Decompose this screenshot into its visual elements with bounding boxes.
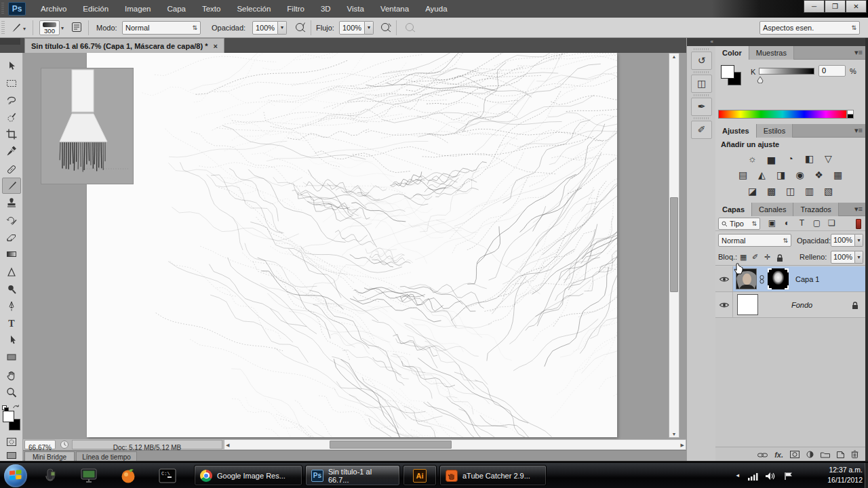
horizontal-scrollbar-thumb[interactable] (330, 441, 452, 449)
adjustment-exposure-icon[interactable]: ◧ (802, 152, 817, 165)
pinned-app-icon-1[interactable] (42, 468, 58, 484)
link-layers-icon[interactable] (757, 449, 768, 461)
adjustment-color-lookup-icon[interactable]: ▦ (831, 169, 846, 181)
taskbar-button-illustrator[interactable]: Ai (403, 465, 437, 486)
layer-style-icon[interactable]: fx. (774, 451, 783, 459)
tab-ajustes[interactable]: Ajustes (715, 124, 757, 138)
start-button[interactable] (4, 464, 27, 487)
menu-item[interactable]: Vista (339, 0, 372, 18)
doc-size-field[interactable]: Doc: 5.12 MB/5.12 MB (72, 440, 222, 449)
pinned-app-icon-2[interactable] (80, 468, 98, 484)
fill-dropdown-icon[interactable]: ▾ (855, 251, 863, 264)
fill-value[interactable]: 100% (831, 251, 855, 264)
tab-muestras[interactable]: Muestras (749, 46, 794, 60)
show-desktop-button[interactable] (865, 463, 868, 488)
airbrush-icon[interactable] (380, 21, 392, 36)
spot-healing-brush-tool[interactable] (2, 161, 21, 178)
color-panel-menu-icon[interactable]: ▾≡ (854, 48, 863, 57)
hand-tool[interactable] (2, 367, 21, 384)
menu-item[interactable]: Selección (229, 0, 279, 18)
lock-all-icon[interactable] (776, 253, 783, 265)
tab-capas[interactable]: Capas (715, 203, 752, 216)
menu-item[interactable]: Capa (159, 0, 194, 18)
restore-button[interactable]: ❐ (825, 0, 846, 13)
layer-opacity-value[interactable]: 100% (831, 234, 855, 247)
workspace-select[interactable]: Aspectos esen.⇅ (760, 21, 860, 35)
history-brush-tool[interactable] (2, 212, 21, 228)
layer-row-capa1[interactable]: Capa 1 (715, 266, 865, 292)
adjustment-hue-saturation-icon[interactable]: ▤ (736, 169, 751, 181)
menu-item[interactable]: Ayuda (417, 0, 455, 18)
layer2-thumbnail[interactable] (737, 294, 758, 315)
panel-dock-header[interactable] (715, 38, 865, 46)
menu-item[interactable]: Edición (75, 0, 117, 18)
brush-tool[interactable] (2, 178, 21, 194)
k-slider-marker[interactable] (756, 74, 764, 86)
filter-shape-layers-icon[interactable]: ▢ (810, 218, 823, 229)
tab-color[interactable]: Color (715, 46, 749, 60)
canvas[interactable] (87, 53, 617, 437)
crop-tool[interactable] (2, 126, 21, 142)
layers-panel-menu-icon[interactable]: ▾≡ (854, 205, 863, 214)
adjustment-curves-icon[interactable]: ◔ (783, 152, 798, 165)
eye-icon[interactable] (719, 301, 730, 309)
lock-position-icon[interactable]: ✛ (764, 253, 770, 262)
ramp-black-chip[interactable] (847, 114, 854, 119)
layer-mask-link-icon[interactable] (759, 274, 765, 287)
history-panel-icon[interactable]: ↺ (691, 52, 712, 70)
new-layer-icon[interactable] (837, 449, 844, 461)
taskbar-clock[interactable]: 12:37 a.m. 16/11/2012 (814, 465, 863, 485)
brush-preset-picker[interactable]: 300 (39, 20, 60, 35)
eraser-tool[interactable] (2, 229, 21, 245)
adjustment-levels-icon[interactable]: ▅ (764, 152, 779, 165)
scroll-up-icon[interactable]: ▲ (669, 54, 679, 59)
dock-collapse-icon[interactable]: « (687, 38, 716, 46)
eyedropper-tool[interactable] (2, 143, 21, 159)
rectangular-marquee-tool[interactable] (2, 75, 21, 92)
adjustment-invert-icon[interactable]: ◪ (745, 185, 760, 197)
taskbar-button-atube[interactable]: aTube Catcher 2.9... (439, 465, 547, 486)
layer1-name[interactable]: Capa 1 (795, 275, 819, 283)
minimize-button[interactable]: ─ (804, 0, 825, 13)
lock-paint-icon[interactable]: ✐ (752, 253, 758, 262)
layer2-visibility-cell[interactable] (715, 292, 733, 317)
color-spectrum-ramp[interactable] (718, 110, 847, 119)
close-button[interactable]: ✕ (846, 0, 867, 13)
adjustment-black-white-icon[interactable]: ◨ (774, 169, 789, 181)
opacity-dropdown-icon[interactable]: ▾ (278, 21, 287, 35)
size-pressure-icon[interactable] (404, 21, 416, 36)
foreground-color-swatch[interactable] (3, 411, 14, 422)
menu-item[interactable]: Archivo (33, 0, 75, 18)
toolbar-grip[interactable] (0, 38, 20, 45)
k-value-field[interactable]: 0 (818, 65, 846, 77)
vertical-scrollbar-thumb[interactable] (670, 197, 678, 292)
menu-item[interactable]: Ventana (372, 0, 417, 18)
lasso-tool[interactable] (2, 92, 21, 108)
filter-adjustment-layers-icon[interactable]: ◐ (781, 218, 793, 229)
layer-row-fondo[interactable]: Fondo (715, 292, 865, 318)
brush-tool-dropdown-icon[interactable]: ▾ (23, 26, 26, 32)
document-tab-close-icon[interactable]: × (213, 42, 217, 50)
filter-type-layers-icon[interactable]: T (795, 218, 808, 229)
eye-icon[interactable] (719, 275, 730, 283)
adjustment-threshold-icon[interactable]: ◫ (783, 185, 798, 197)
dodge-tool[interactable] (2, 281, 21, 298)
type-tool[interactable]: T (2, 315, 21, 331)
adjustment-gradient-map-icon[interactable]: ▥ (802, 185, 817, 197)
filter-pixel-layers-icon[interactable]: ▣ (766, 218, 778, 229)
adjustment-channel-mixer-icon[interactable]: ❖ (812, 169, 827, 181)
layer1-mask-thumbnail[interactable] (767, 268, 789, 290)
taskbar-button-photoshop[interactable]: Ps Sin título-1 al 66.7... (305, 465, 400, 486)
shape-tool[interactable] (2, 349, 21, 365)
move-tool[interactable] (2, 58, 21, 75)
flow-value[interactable]: 100% (339, 21, 365, 35)
brush-panel-icon[interactable]: ✒ (691, 98, 712, 116)
brush-presets-panel-icon[interactable]: ✐ (691, 121, 712, 139)
tab-canales[interactable]: Canales (752, 203, 793, 216)
flow-dropdown-icon[interactable]: ▾ (365, 21, 374, 35)
menu-item[interactable]: Texto (194, 0, 229, 18)
scroll-down-icon[interactable]: ▼ (669, 432, 679, 436)
menu-item[interactable]: Filtro (279, 0, 313, 18)
zoom-tool[interactable] (2, 384, 21, 401)
pinned-app-icon-3[interactable] (119, 467, 137, 485)
